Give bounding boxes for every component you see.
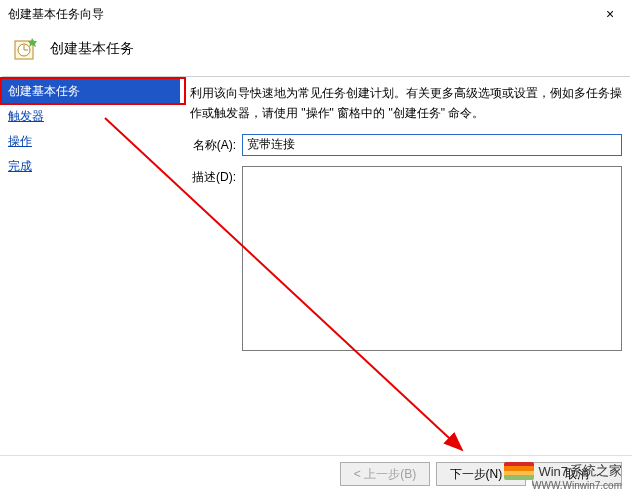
description-label: 描述(D): <box>190 166 242 186</box>
page-title: 创建基本任务 <box>50 40 134 58</box>
step-finish[interactable]: 完成 <box>0 154 180 179</box>
step-create-basic-task[interactable]: 创建基本任务 <box>0 79 180 104</box>
form-panel: 利用该向导快速地为常见任务创建计划。有关更多高级选项或设置，例如多任务操作或触发… <box>180 77 632 361</box>
watermark: Win7 系统之家 WWW.Winwin7.com <box>504 462 622 480</box>
wizard-icon <box>14 36 40 62</box>
close-icon[interactable]: × <box>596 0 624 28</box>
step-trigger[interactable]: 触发器 <box>0 104 180 129</box>
watermark-text: 系统之家 <box>570 462 622 480</box>
name-input[interactable] <box>242 134 622 156</box>
watermark-flag-icon <box>504 462 534 480</box>
watermark-brand: Win7 <box>538 464 568 479</box>
intro-text: 利用该向导快速地为常见任务创建计划。有关更多高级选项或设置，例如多任务操作或触发… <box>190 83 622 124</box>
wizard-steps-sidebar: 创建基本任务 触发器 操作 完成 <box>0 77 180 361</box>
window-title: 创建基本任务向导 <box>8 6 104 23</box>
step-action[interactable]: 操作 <box>0 129 180 154</box>
back-button: < 上一步(B) <box>340 462 430 486</box>
description-input[interactable] <box>242 166 622 351</box>
dialog-header: 创建基本任务 <box>0 28 632 76</box>
titlebar: 创建基本任务向导 × <box>0 0 632 28</box>
watermark-url: WWW.Winwin7.com <box>532 480 622 491</box>
name-label: 名称(A): <box>190 134 242 154</box>
